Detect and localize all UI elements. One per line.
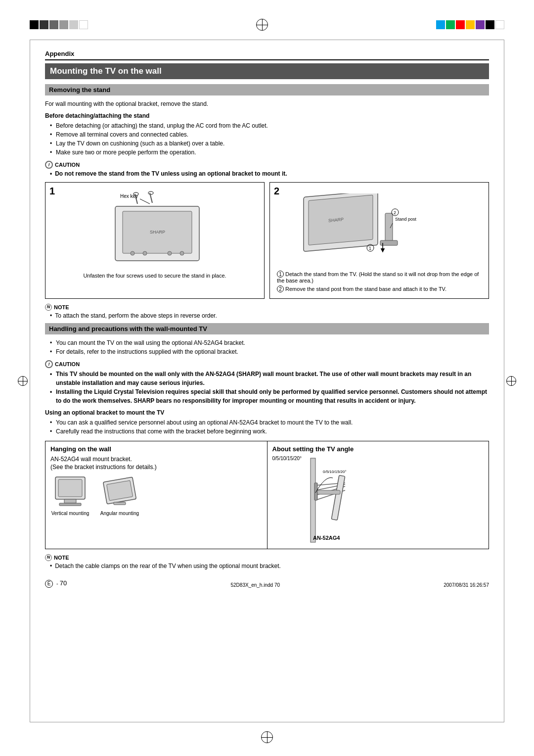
tv-diagram-1-svg: Hex key SHARP (95, 189, 214, 268)
before-bullet-1: Before detaching (or attaching) the stan… (50, 121, 489, 130)
diagram-row: 1 Hex key SHARP (45, 182, 489, 299)
color-bar-right (436, 20, 504, 29)
diagram-num-2: 2 (274, 186, 279, 197)
diagram-num-1: 1 (49, 186, 55, 197)
bottom-marks (30, 727, 504, 747)
swatch-purple (476, 20, 485, 29)
vertical-label: Vertical mounting (50, 511, 90, 516)
footer: E - 70 52D83X_en_h.indd 70 2007/08/31 16… (45, 579, 489, 588)
optional-bullet-1: You can ask a qualified service personne… (50, 418, 489, 427)
before-bullet-2: Remove all terminal covers and connected… (50, 130, 489, 139)
tv-stand-diagram-svg: SHARP Stand post 2 1 (289, 193, 427, 268)
swatch-white2 (495, 20, 504, 29)
diagram2-step2: 2 Remove the stand post from the stand b… (277, 285, 482, 292)
note-icon-2: N (45, 554, 52, 561)
angle-diagram-svg: 0/5/10/15/20° AN-52AG4 (306, 456, 385, 545)
handling-bullets: You can mount the TV on the wall using t… (45, 338, 489, 356)
appendix-label: Appendix (45, 50, 489, 60)
diagram-content-1: Hex key SHARP (49, 187, 260, 271)
svg-text:AN-52AG4: AN-52AG4 (313, 535, 340, 541)
svg-line-1 (140, 199, 150, 204)
angle-content: 0/5/10/15/20° (272, 456, 484, 545)
note-text-2: Detach the cable clamps on the rear of t… (45, 563, 489, 569)
svg-text:SHARP: SHARP (150, 230, 165, 235)
swatch-white (79, 20, 88, 29)
swatch-dark-gray (40, 20, 48, 29)
svg-rect-38 (331, 475, 345, 520)
note-text-1: To attach the stand, perform the above s… (45, 312, 489, 319)
diagram-box-2: 2 SHARP Stand post (269, 182, 489, 299)
footer-file-right: 2007/08/31 16:26:57 (444, 582, 489, 588)
caution-box-1: ! CAUTION Do not remove the stand from t… (45, 161, 489, 177)
caution-text-1: Do not remove the stand from the TV unle… (45, 170, 489, 177)
note-label-text-2: NOTE (54, 555, 69, 561)
angular-mounting: Angular mounting (100, 474, 139, 516)
info-row: Hanging on the wall AN-52AG4 wall mount … (45, 441, 489, 549)
svg-text:0/5/10/15/20°: 0/5/10/15/20° (323, 470, 347, 474)
svg-rect-28 (64, 499, 76, 503)
swatch-green (446, 20, 455, 29)
svg-text:1: 1 (369, 246, 371, 251)
angular-label: Angular mounting (100, 511, 139, 516)
reg-mark-right (506, 376, 516, 386)
svg-rect-27 (58, 479, 82, 497)
caution-label-text-1: CAUTION (55, 162, 80, 168)
svg-point-13 (148, 191, 153, 194)
hanging-text2: (See the bracket instructions for detail… (50, 464, 262, 471)
section-title: Mounting the TV on the wall (45, 63, 489, 79)
angular-tv-svg (100, 474, 139, 509)
before-bullet-4: Make sure two or more people perform the… (50, 148, 489, 157)
swatch-mid-gray (49, 20, 58, 29)
svg-text:2: 2 (394, 210, 396, 215)
note-label-1: N NOTE (45, 304, 489, 311)
svg-text:Stand post: Stand post (395, 217, 417, 222)
caution-label-1: ! CAUTION (45, 161, 489, 169)
before-bullets: Before detaching (or attaching) the stan… (45, 121, 489, 157)
swatch-yellow (466, 20, 475, 29)
info-col-left: Hanging on the wall AN-52AG4 wall mount … (45, 441, 267, 549)
caution-label-text-2: CAUTION (55, 361, 80, 367)
handling-title: Handling and precautions with the wall-m… (45, 323, 489, 334)
svg-rect-29 (59, 503, 81, 506)
diagram-content-2: SHARP Stand post 2 1 (274, 187, 485, 271)
caution-bullet-2-1: This TV should be mounted on the wall on… (50, 370, 489, 387)
diagram-caption-1: Unfasten the four screws used to secure … (49, 273, 260, 279)
swatch-lighter-gray (69, 20, 78, 29)
registration-mark-top-center (255, 17, 269, 32)
swatch-light-gray (59, 20, 68, 29)
handling-bullet-1: You can mount the TV on the wall using t… (50, 338, 489, 347)
note-box-1: N NOTE To attach the stand, perform the … (45, 304, 489, 319)
hanging-title: Hanging on the wall (50, 445, 262, 453)
optional-bracket-heading: Using an optional bracket to mount the T… (45, 409, 489, 416)
swatch-black (30, 20, 39, 29)
swatch-black2 (486, 20, 494, 29)
caution-bullets-2: This TV should be mounted on the wall on… (45, 370, 489, 405)
caution-bullet-2-2: Installing the Liquid Crystal Television… (50, 387, 489, 405)
before-heading: Before detaching/attaching the stand (45, 112, 489, 119)
svg-point-5 (131, 251, 134, 255)
before-bullet-3: Lay the TV down on cushioning (such as a… (50, 139, 489, 148)
removing-stand-title: Removing the stand (45, 84, 489, 95)
tv-illustrations: Vertical mounting Angular mounting (50, 474, 262, 516)
caution-icon-1: ! (45, 161, 53, 169)
caution-icon-2: ! (45, 360, 53, 368)
note-label-2: N NOTE (45, 554, 489, 561)
caution-box-2: ! CAUTION This TV should be mounted on t… (45, 360, 489, 405)
removing-stand-intro: For wall mounting with the optional brac… (45, 99, 489, 108)
vertical-mounting: Vertical mounting (50, 474, 90, 516)
svg-rect-17 (385, 213, 393, 243)
note-label-text-1: NOTE (54, 304, 69, 310)
caution-label-2: ! CAUTION (45, 360, 489, 368)
note-box-2: N NOTE Detach the cable clamps on the re… (45, 554, 489, 569)
hyphen: - (56, 580, 60, 586)
angle-title: About setting the TV angle (272, 445, 484, 453)
color-bar-left (30, 20, 88, 29)
page-border: Appendix Mounting the TV on the wall Rem… (30, 40, 504, 722)
diagram-box-1: 1 Hex key SHARP (45, 182, 265, 299)
note-icon-1: N (45, 304, 52, 311)
swatch-red (456, 20, 465, 29)
svg-point-7 (168, 251, 172, 255)
svg-point-6 (143, 251, 147, 255)
diagram2-step1: 1 Detach the stand from the TV. (Hold th… (277, 271, 482, 284)
reg-mark-left (18, 376, 28, 386)
